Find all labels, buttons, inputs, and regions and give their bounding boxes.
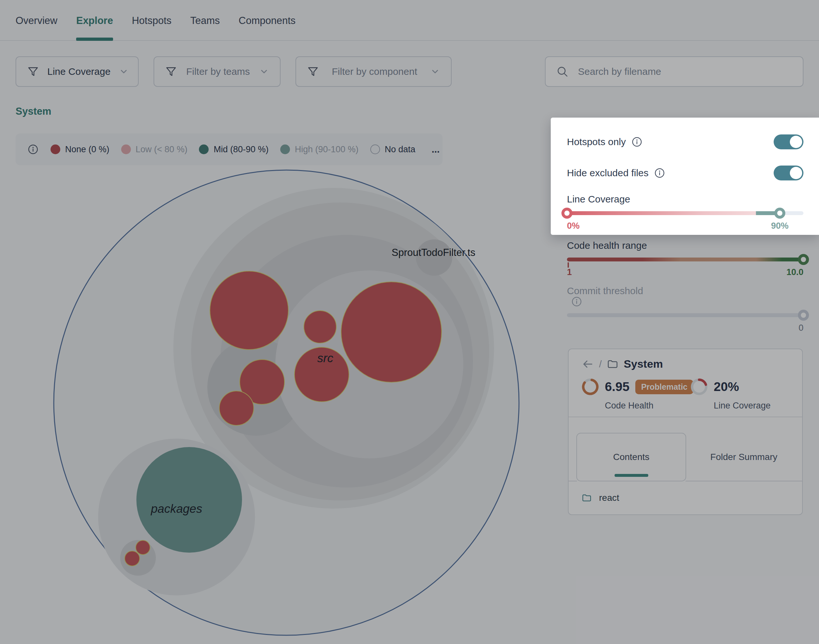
hotspots-only-row: Hotspots only bbox=[567, 133, 804, 151]
hide-excluded-label: Hide excluded files bbox=[567, 167, 649, 178]
dim-overlay bbox=[0, 0, 819, 644]
hotspots-only-toggle[interactable] bbox=[774, 135, 804, 149]
line-coverage-max-value: 90% bbox=[771, 221, 788, 231]
hide-excluded-toggle[interactable] bbox=[774, 166, 804, 181]
line-coverage-slider-label: Line Coverage bbox=[567, 194, 804, 205]
toggle-knob bbox=[790, 167, 802, 179]
info-icon[interactable] bbox=[655, 168, 665, 178]
slider-handle-min[interactable] bbox=[561, 208, 572, 219]
hotspots-only-label: Hotspots only bbox=[567, 136, 626, 147]
line-coverage-slider[interactable] bbox=[567, 207, 804, 219]
slider-track[interactable] bbox=[567, 211, 804, 215]
toggle-knob bbox=[790, 136, 802, 148]
slider-handle-max[interactable] bbox=[774, 208, 785, 219]
line-coverage-min-value: 0% bbox=[567, 221, 580, 231]
info-icon[interactable] bbox=[632, 137, 642, 147]
hide-excluded-row: Hide excluded files bbox=[567, 164, 804, 182]
spotlight-filters-panel: Hotspots only Hide excluded files Line C… bbox=[551, 118, 819, 235]
